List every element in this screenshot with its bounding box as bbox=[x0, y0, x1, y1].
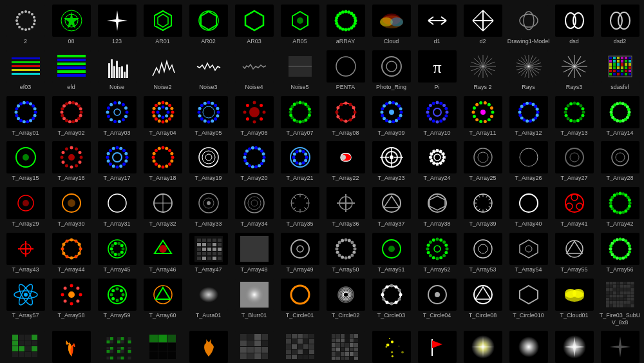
grid-item[interactable]: T_Flag bbox=[414, 329, 460, 363]
grid-item[interactable]: T_Array53 bbox=[460, 231, 506, 277]
grid-item[interactable]: ef03 bbox=[3, 48, 48, 94]
grid-item[interactable]: T_Fire04 bbox=[48, 329, 94, 363]
grid-item[interactable]: T_Array15 bbox=[3, 139, 48, 185]
grid-item[interactable]: T_Fire04_SubUV_9x9 bbox=[140, 329, 185, 363]
grid-item[interactable]: AR03 bbox=[231, 3, 277, 48]
grid-item[interactable]: T_Array05 bbox=[185, 94, 231, 140]
grid-item[interactable]: T_Array06 bbox=[231, 94, 277, 140]
grid-item[interactable]: T_Fire07_SubUV_8x8 bbox=[323, 329, 368, 363]
grid-item[interactable]: πPi bbox=[414, 48, 460, 94]
grid-item[interactable]: sdasfsf bbox=[597, 48, 643, 94]
grid-item[interactable]: T_Array23 bbox=[368, 139, 414, 185]
grid-item[interactable]: T_Array13 bbox=[551, 94, 597, 140]
grid-item[interactable]: T_Blurr01 bbox=[231, 277, 277, 329]
grid-item[interactable]: T_Array31 bbox=[94, 185, 140, 231]
grid-item[interactable]: Rays 2 bbox=[460, 48, 506, 94]
grid-item[interactable]: 123 bbox=[94, 3, 140, 48]
grid-item[interactable]: T_Array12 bbox=[506, 94, 551, 140]
grid-item[interactable]: T_Fire03_SubUV_8x8 bbox=[597, 277, 643, 329]
grid-item[interactable]: T_Array28 bbox=[597, 139, 643, 185]
grid-item[interactable]: AR01 bbox=[140, 3, 185, 48]
grid-item[interactable]: T_Fire03_SubUV_9x9 bbox=[3, 329, 48, 363]
grid-item[interactable]: T_Array48 bbox=[231, 231, 277, 277]
grid-item[interactable]: T_Array49 bbox=[277, 231, 323, 277]
grid-item[interactable]: T_Array52 bbox=[414, 231, 460, 277]
grid-item[interactable]: T_Array60 bbox=[140, 277, 185, 329]
grid-item[interactable]: PENTA bbox=[323, 48, 368, 94]
grid-item[interactable]: T_Array36 bbox=[323, 185, 368, 231]
grid-item[interactable]: T_Array20 bbox=[231, 139, 277, 185]
grid-item[interactable]: Noise bbox=[94, 48, 140, 94]
grid-item[interactable]: T_Array41 bbox=[551, 185, 597, 231]
grid-item[interactable]: T_Array37 bbox=[368, 185, 414, 231]
grid-item[interactable]: T_Array44 bbox=[48, 231, 94, 277]
grid-item[interactable]: T_Array50 bbox=[323, 231, 368, 277]
grid-item[interactable]: T_Array16 bbox=[48, 139, 94, 185]
grid-item[interactable]: T_Circle08 bbox=[460, 277, 506, 329]
grid-item[interactable]: T_Array35 bbox=[277, 185, 323, 231]
grid-item[interactable]: Noise2 bbox=[140, 48, 185, 94]
grid-item[interactable]: T_Array18 bbox=[140, 139, 185, 185]
grid-item[interactable]: T_Array04 bbox=[140, 94, 185, 140]
grid-item[interactable]: T_Array56 bbox=[597, 231, 643, 277]
grid-item[interactable]: T_Array32 bbox=[140, 185, 185, 231]
grid-item[interactable]: T_Fire05_SubUV_8x8 bbox=[231, 329, 277, 363]
grid-item[interactable]: T_Cloud01 bbox=[551, 277, 597, 329]
grid-item[interactable]: T_Array03 bbox=[94, 94, 140, 140]
grid-item[interactable]: T_Array59 bbox=[94, 277, 140, 329]
grid-item[interactable]: T_Circle02 bbox=[323, 277, 368, 329]
grid-item[interactable]: Rays bbox=[506, 48, 551, 94]
grid-item[interactable]: T_Array58 bbox=[48, 277, 94, 329]
grid-item[interactable]: T_Array51 bbox=[368, 231, 414, 277]
grid-item[interactable]: T_Flash03 bbox=[597, 329, 643, 363]
grid-item[interactable]: T_Array25 bbox=[460, 139, 506, 185]
grid-item[interactable]: T_Array46 bbox=[140, 231, 185, 277]
grid-item[interactable]: T_Circle010 bbox=[506, 277, 551, 329]
grid-item[interactable]: T_Array22 bbox=[323, 139, 368, 185]
grid-item[interactable]: Rays3 bbox=[551, 48, 597, 94]
grid-item[interactable]: T_Array39 bbox=[460, 185, 506, 231]
grid-item[interactable]: T_Fire05 bbox=[185, 329, 231, 363]
grid-item[interactable]: d2 bbox=[460, 3, 506, 48]
grid-item[interactable]: T_Array24 bbox=[414, 139, 460, 185]
grid-item[interactable]: T_Array01 bbox=[3, 94, 48, 140]
grid-item[interactable]: T_Array30 bbox=[48, 185, 94, 231]
grid-item[interactable]: T_Aura01 bbox=[185, 277, 231, 329]
grid-item[interactable]: T_Array07 bbox=[277, 94, 323, 140]
grid-item[interactable]: T_Array40 bbox=[506, 185, 551, 231]
grid-item[interactable]: T_Fireflies01 bbox=[368, 329, 414, 363]
grid-item[interactable]: T_Array57 bbox=[3, 277, 48, 329]
grid-item[interactable]: T_Array38 bbox=[414, 185, 460, 231]
grid-item[interactable]: Noise3 bbox=[185, 48, 231, 94]
grid-item[interactable]: T_Array47 bbox=[185, 231, 231, 277]
grid-item[interactable]: Cloud bbox=[368, 3, 414, 48]
grid-item[interactable]: Noise5 bbox=[277, 48, 323, 94]
grid-item[interactable]: aRRAY bbox=[323, 3, 368, 48]
grid-item[interactable]: T_Array45 bbox=[94, 231, 140, 277]
grid-item[interactable]: T_Flash01 bbox=[506, 329, 551, 363]
grid-item[interactable]: T_Array43 bbox=[3, 231, 48, 277]
grid-item[interactable]: d1 bbox=[414, 3, 460, 48]
grid-item[interactable]: T_Array14 bbox=[597, 94, 643, 140]
grid-item[interactable]: T_Array42 bbox=[597, 185, 643, 231]
grid-item[interactable]: Photo_Ring bbox=[368, 48, 414, 94]
grid-item[interactable]: T_Array26 bbox=[506, 139, 551, 185]
grid-item[interactable]: T_Array17 bbox=[94, 139, 140, 185]
grid-item[interactable]: T_Array08 bbox=[323, 94, 368, 140]
grid-item[interactable]: T_Fire04_SubUV_8x8 bbox=[94, 329, 140, 363]
grid-item[interactable]: 08 bbox=[48, 3, 94, 48]
grid-item[interactable]: T_Circle01 bbox=[277, 277, 323, 329]
grid-item[interactable]: T_Circle04 bbox=[414, 277, 460, 329]
grid-item[interactable]: T_Circle03 bbox=[368, 277, 414, 329]
grid-item[interactable]: T_Array19 bbox=[185, 139, 231, 185]
grid-item[interactable]: T_Array09 bbox=[368, 94, 414, 140]
grid-item[interactable]: Noise4 bbox=[231, 48, 277, 94]
grid-item[interactable]: T_Array11 bbox=[460, 94, 506, 140]
grid-item[interactable]: T_Fire06_SubUV_8x8 bbox=[277, 329, 323, 363]
grid-item[interactable]: T_Array21 bbox=[277, 139, 323, 185]
grid-item[interactable]: T_Array33 bbox=[185, 185, 231, 231]
grid-item[interactable]: Drawing1-Model bbox=[506, 3, 551, 48]
grid-item[interactable]: AR02 bbox=[185, 3, 231, 48]
grid-item[interactable]: T_Array27 bbox=[551, 139, 597, 185]
grid-item[interactable]: T_Flare01 bbox=[460, 329, 506, 363]
